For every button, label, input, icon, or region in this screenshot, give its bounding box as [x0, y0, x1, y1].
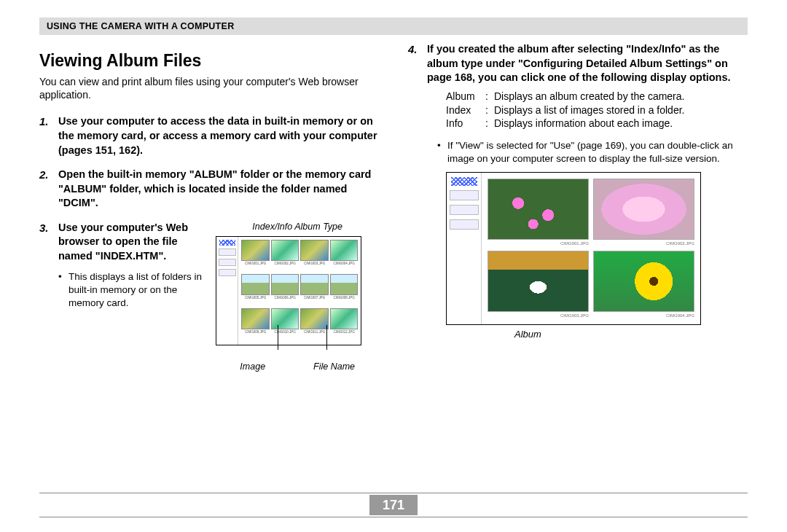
step-3-subnote: This displays a list of folders in built… — [58, 270, 205, 309]
def-term: Index — [446, 103, 482, 117]
figure-caption-top: Index/Info Album Type — [216, 221, 379, 233]
step-3: 3. Use your computer's Web browser to op… — [39, 221, 379, 373]
callout-filename: File Name — [313, 361, 355, 373]
sidebar-button-mock — [450, 219, 479, 230]
step-1: 1. Use your computer to access the data … — [39, 114, 379, 157]
step-number: 2. — [39, 168, 49, 182]
step-1-text: Use your computer to access the data in … — [58, 115, 377, 155]
page-footer: 171 — [39, 493, 748, 517]
step-number: 1. — [39, 114, 49, 129]
album-photo — [488, 179, 589, 240]
step-2-text: Open the built-in memory "ALBUM" folder … — [58, 168, 371, 208]
def-desc: Displays information about each image. — [494, 117, 748, 130]
section-header: USING THE CAMERA WITH A COMPUTER — [39, 17, 748, 35]
album-photo — [593, 179, 694, 240]
figure-index-info: Index/Info Album Type CIMG001.JPG CIMG00… — [216, 221, 379, 373]
step-4: 4. If you created the album after select… — [408, 42, 748, 341]
step-2: 2. Open the built-in memory "ALBUM" fold… — [39, 168, 379, 211]
sidebar-button-mock — [219, 249, 236, 256]
album-photo — [593, 251, 694, 312]
left-column: Viewing Album Files You can view and pri… — [39, 42, 379, 383]
sidebar-button-mock — [450, 205, 479, 215]
sidebar-button-mock — [219, 269, 236, 276]
step-4-text: If you created the album after selecting… — [427, 43, 731, 83]
intro-text: You can view and print album files using… — [39, 75, 379, 101]
def-desc: Displays a list of images stored in a fo… — [494, 103, 748, 117]
sidebar-button-mock — [450, 190, 479, 200]
step-number: 3. — [39, 221, 49, 235]
page-title: Viewing Album Files — [39, 51, 379, 71]
step-number: 4. — [408, 42, 418, 57]
album-photo — [488, 251, 589, 312]
right-column: 4. If you created the album after select… — [408, 42, 748, 383]
display-option-definitions: Album : Displays an album created by the… — [446, 90, 748, 131]
step-3-text: Use your computer's Web browser to open … — [58, 222, 188, 262]
album-browser-mock: CIMG001.JPG CIMG002.JPG CIMG003.JPG CIMG… — [446, 172, 701, 325]
def-term: Info — [446, 117, 482, 130]
page-number-badge: 171 — [369, 495, 418, 515]
def-desc: Displays an album created by the camera. — [494, 90, 748, 103]
sidebar-button-mock — [219, 259, 236, 266]
figure-caption-album: Album — [514, 328, 748, 341]
step-4-note: If "View" is selected for "Use" (page 16… — [437, 139, 748, 165]
callout-image: Image — [240, 361, 265, 373]
logo-icon — [451, 177, 477, 186]
thumbnail-browser-mock: CIMG001.JPG CIMG002.JPG CIMG003.JPG CIMG… — [216, 236, 361, 345]
logo-icon — [219, 240, 235, 246]
def-term: Album — [446, 90, 482, 103]
